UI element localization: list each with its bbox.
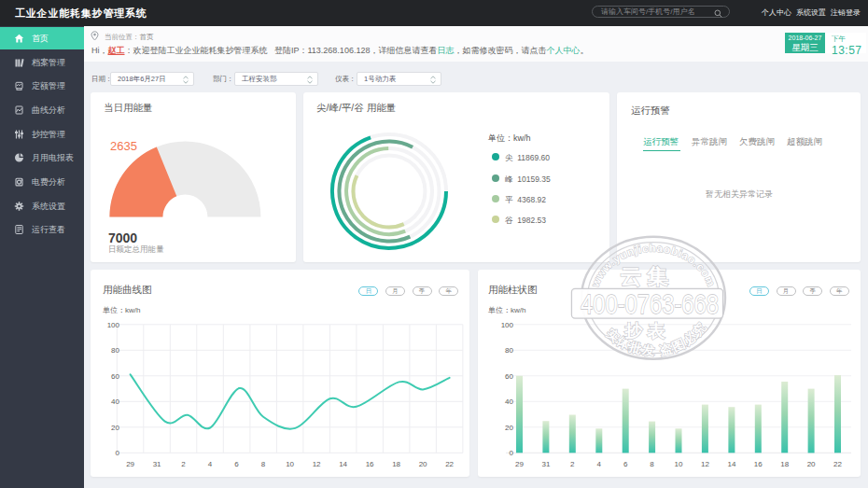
svg-text:400-0763-668: 400-0763-668: [581, 288, 719, 319]
svg-text:云集: 云集: [621, 264, 675, 288]
svg-text:抄表: 抄表: [624, 321, 670, 341]
